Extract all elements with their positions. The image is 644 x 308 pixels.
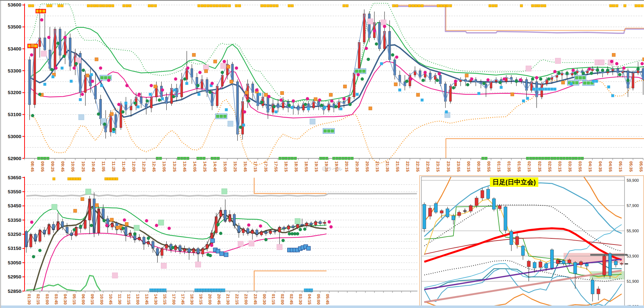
x-axis-label: 20:00 [208, 294, 212, 304]
x-axis-label: 01:15 [497, 161, 501, 172]
y-axis-label: 53250 [8, 232, 21, 237]
x-axis-label: 03:30 [298, 294, 303, 304]
x-axis-label: 23:15 [436, 161, 440, 172]
x-axis-label: 22:15 [235, 294, 239, 305]
x-axis-label: 13:00 [136, 294, 140, 304]
x-axis-label: 01:30 [27, 294, 31, 304]
x-axis-label: 02:15 [527, 161, 531, 172]
x-axis-label: 20:45 [217, 294, 221, 305]
x-axis-label: 02:45 [289, 294, 294, 305]
daily-chart-panel: 59,90057,90055,90053,90051,90049,900 [419, 175, 644, 308]
y-axis-label: 53350 [8, 217, 21, 223]
daily-y-axis-label: 51,900 [627, 279, 639, 283]
window-bottom-edge [0, 305, 644, 308]
x-axis-label: 23:00 [244, 294, 248, 304]
x-axis-label: 05:55 [639, 161, 643, 172]
x-axis-label: 14:30 [154, 294, 158, 304]
x-axis-label: 04:55 [608, 161, 613, 172]
x-axis-label: 17:00 [172, 294, 176, 304]
y-axis-label: 52850 [8, 289, 21, 294]
daily-y-axis-label: 53,900 [627, 254, 639, 258]
x-axis-label: 05:15 [618, 161, 623, 172]
x-axis-label: 03:00 [45, 294, 49, 304]
y-axis-label: 53050 [8, 260, 21, 265]
x-axis-label: 03:55 [578, 161, 582, 172]
x-axis-label: 03:35 [568, 161, 572, 172]
watermark: Ⓒラベル [322, 166, 343, 172]
x-axis-label: 18:30 [190, 294, 194, 304]
x-axis-label: 04:15 [307, 294, 312, 305]
x-axis-label: 12:15 [127, 294, 131, 305]
y-axis-label: 53150 [8, 246, 21, 251]
y-axis-label: 52950 [8, 274, 21, 280]
x-axis-label: 00:30 [262, 294, 267, 304]
x-axis-label: 03:15 [558, 161, 562, 172]
y-axis-label: 53650 [8, 175, 21, 180]
x-axis-label: 11:30 [118, 294, 122, 304]
intraday-45min-chart[interactable]: 5365053550534505335053250531505305052950… [0, 1, 419, 308]
x-axis-label: 19:15 [199, 294, 203, 305]
x-axis-label: 17:45 [181, 294, 185, 305]
x-axis-label: 13:45 [145, 294, 149, 305]
x-axis-label: 02:35 [538, 161, 542, 172]
x-axis-label: 03:45 [54, 294, 58, 305]
x-axis-label: 05:00 [316, 294, 321, 304]
x-axis-label: 05:45 [325, 294, 330, 305]
y-axis-label: 53450 [8, 203, 21, 208]
x-axis-label: 00:55 [487, 161, 491, 172]
daily-y-axis-label: 57,900 [627, 203, 639, 208]
x-axis-label: 23:45 [253, 294, 258, 305]
x-axis-label: 02:15 [36, 294, 40, 305]
x-axis-label: 22:55 [426, 161, 430, 172]
trading-chart-screen: 5360053500534005330053200531005300052900… [0, 0, 644, 308]
x-axis-label: 01:35 [507, 161, 511, 172]
x-axis-label: 01:55 [517, 161, 521, 172]
daily-chart[interactable]: 59,90057,90055,90053,90051,90049,900 [420, 176, 643, 307]
x-axis-label: 23:35 [446, 161, 451, 172]
x-axis-label: 10:45 [109, 294, 113, 305]
x-axis-label: 09:15 [90, 294, 95, 305]
x-axis-label: 23:55 [456, 161, 461, 172]
x-axis-label: 02:00 [280, 294, 285, 304]
daily-y-axis-label: 55,900 [627, 229, 639, 233]
x-axis-label: 21:30 [226, 294, 230, 304]
x-axis-label: 02:55 [548, 161, 552, 172]
x-axis-label: 05:15 [72, 294, 76, 305]
daily-chart-title: 日足(日中立会) [490, 177, 538, 187]
y-axis-label: 53550 [8, 189, 21, 194]
x-axis-label: 15:15 [163, 294, 167, 305]
x-axis-label: 06:00 [81, 294, 86, 304]
daily-y-axis-label: 59,900 [627, 178, 639, 182]
x-axis-label: 10:00 [100, 294, 104, 304]
x-axis-label: 00:35 [477, 161, 481, 172]
x-axis-label: 00:15 [466, 161, 471, 172]
x-axis-label: 04:30 [63, 294, 67, 304]
x-axis-label: 04:15 [588, 161, 592, 172]
x-axis-label: 04:35 [598, 161, 603, 172]
x-axis-label: 05:35 [629, 161, 633, 172]
x-axis-label: 01:15 [271, 294, 276, 305]
